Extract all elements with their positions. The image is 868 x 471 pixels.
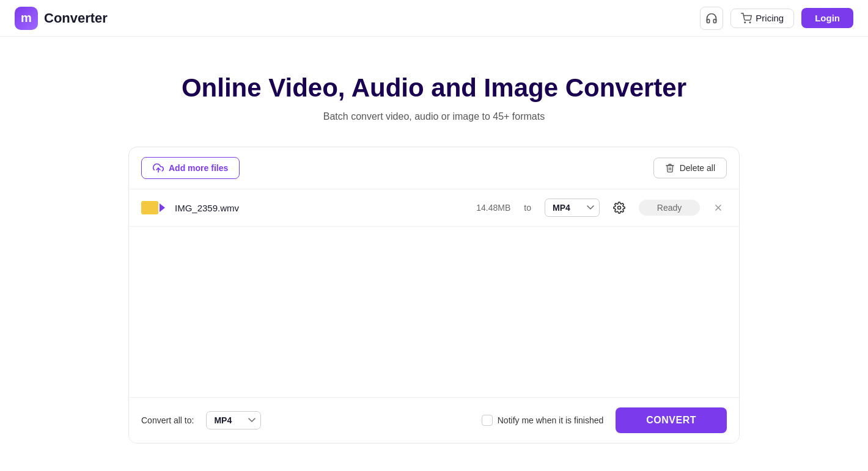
svg-point-1 bbox=[750, 22, 751, 23]
file-name: IMG_2359.wmv bbox=[175, 203, 452, 213]
main-content: Online Video, Audio and Image Converter … bbox=[0, 37, 868, 456]
svg-point-0 bbox=[745, 22, 746, 23]
convert-all-select[interactable]: MP4 MKV AVI MOV WMV FLV WEBM MP3 AAC WAV… bbox=[206, 411, 261, 429]
notify-checkbox[interactable] bbox=[482, 415, 493, 426]
pricing-label: Pricing bbox=[756, 13, 784, 23]
converter-box: Add more files Delete all bbox=[128, 147, 740, 444]
notify-wrap: Notify me when it is finished bbox=[482, 415, 604, 426]
header: m Converter Pricing Login bbox=[0, 0, 868, 37]
convert-all-wrap: Convert all to: MP4 MKV AVI MOV WMV FLV … bbox=[141, 411, 261, 429]
play-icon bbox=[160, 203, 165, 212]
status-badge: Ready bbox=[639, 200, 700, 216]
hero-title: Online Video, Audio and Image Converter bbox=[182, 73, 686, 103]
svg-point-3 bbox=[618, 206, 621, 210]
format-select[interactable]: MP4 MKV AVI MOV WMV FLV WEBM MP3 AAC WAV… bbox=[545, 199, 600, 217]
support-button[interactable] bbox=[700, 7, 723, 30]
delete-all-label: Delete all bbox=[680, 163, 715, 173]
header-left: m Converter bbox=[15, 7, 108, 30]
bottom-right: Notify me when it is finished CONVERT bbox=[482, 407, 727, 433]
headset-icon bbox=[705, 12, 718, 24]
converter-toolbar: Add more files Delete all bbox=[129, 147, 739, 189]
to-label: to bbox=[524, 203, 531, 213]
file-icon-wrap bbox=[141, 201, 165, 214]
file-size: 14.48MB bbox=[462, 203, 510, 213]
logo-icon: m bbox=[15, 7, 38, 30]
settings-button[interactable] bbox=[609, 198, 629, 217]
remove-file-button[interactable] bbox=[710, 199, 727, 216]
hero-subtitle: Batch convert video, audio or image to 4… bbox=[323, 111, 545, 122]
file-list-area: IMG_2359.wmv 14.48MB to MP4 MKV AVI MOV … bbox=[129, 189, 739, 397]
bottom-bar: Convert all to: MP4 MKV AVI MOV WMV FLV … bbox=[129, 397, 739, 443]
header-right: Pricing Login bbox=[700, 7, 853, 30]
add-files-button[interactable]: Add more files bbox=[141, 157, 240, 179]
gear-icon bbox=[613, 202, 625, 214]
upload-icon bbox=[153, 162, 164, 173]
delete-all-button[interactable]: Delete all bbox=[653, 158, 727, 178]
convert-button[interactable]: CONVERT bbox=[616, 407, 727, 433]
login-button[interactable]: Login bbox=[801, 8, 853, 28]
pricing-button[interactable]: Pricing bbox=[730, 9, 794, 28]
notify-label: Notify me when it is finished bbox=[498, 415, 604, 425]
app-title: Converter bbox=[44, 10, 108, 26]
trash-icon bbox=[665, 163, 675, 173]
convert-all-label: Convert all to: bbox=[141, 415, 194, 425]
table-row: IMG_2359.wmv 14.48MB to MP4 MKV AVI MOV … bbox=[129, 189, 739, 227]
file-thumbnail bbox=[141, 201, 158, 214]
add-files-label: Add more files bbox=[169, 163, 228, 173]
close-icon bbox=[713, 203, 723, 213]
cart-icon bbox=[741, 13, 752, 24]
